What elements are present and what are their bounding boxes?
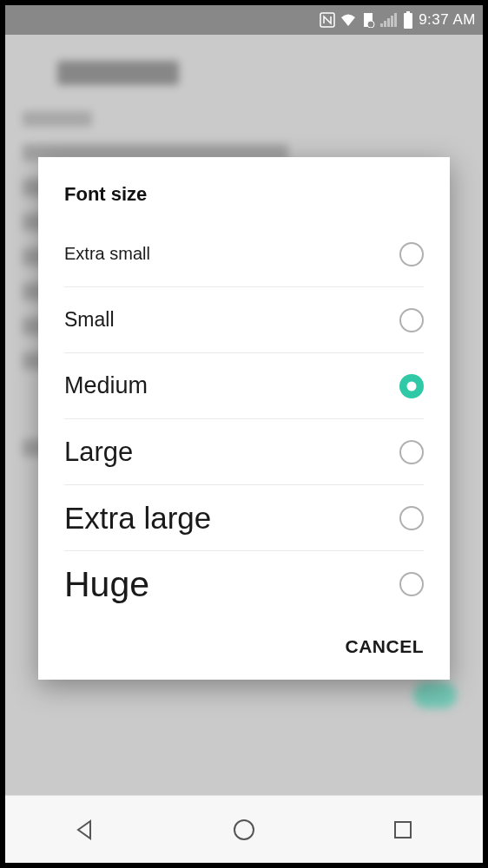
option-label: Huge xyxy=(64,564,149,605)
recent-apps-button[interactable] xyxy=(351,796,455,864)
option-small[interactable]: Small xyxy=(64,287,424,353)
svg-point-1 xyxy=(367,21,374,28)
radio-icon xyxy=(399,242,424,266)
device-frame: 9:37 AM Font size Extra small Small Med xyxy=(0,0,488,868)
back-button[interactable] xyxy=(33,796,137,864)
svg-rect-5 xyxy=(391,16,393,27)
svg-rect-10 xyxy=(395,822,411,838)
option-huge[interactable]: Huge xyxy=(64,551,424,617)
option-extra-large[interactable]: Extra large xyxy=(64,485,424,551)
battery-icon xyxy=(403,11,413,29)
svg-rect-8 xyxy=(404,13,412,29)
font-size-dialog: Font size Extra small Small Medium Large… xyxy=(38,157,450,680)
option-label: Large xyxy=(64,437,133,468)
option-label: Medium xyxy=(64,372,148,399)
sim-icon xyxy=(361,12,375,28)
radio-icon-selected xyxy=(399,374,424,398)
svg-rect-2 xyxy=(380,23,383,27)
radio-icon xyxy=(399,572,424,596)
cancel-button[interactable]: CANCEL xyxy=(346,636,425,657)
navigation-bar xyxy=(5,795,483,863)
status-bar: 9:37 AM xyxy=(5,5,483,35)
svg-rect-4 xyxy=(387,18,390,27)
option-extra-small[interactable]: Extra small xyxy=(64,221,424,287)
dialog-title: Font size xyxy=(38,157,450,221)
nfc-icon xyxy=(320,12,335,28)
svg-point-9 xyxy=(234,820,254,839)
radio-icon xyxy=(399,506,424,530)
svg-rect-6 xyxy=(394,13,397,27)
dialog-actions: CANCEL xyxy=(38,617,450,680)
wifi-icon xyxy=(340,13,356,27)
radio-icon xyxy=(399,440,424,464)
status-time: 9:37 AM xyxy=(419,11,476,29)
option-label: Extra small xyxy=(64,244,150,264)
signal-icon xyxy=(380,13,398,27)
home-button[interactable] xyxy=(192,796,296,864)
option-medium[interactable]: Medium xyxy=(64,353,424,419)
option-list: Extra small Small Medium Large Extra lar… xyxy=(38,221,450,617)
option-large[interactable]: Large xyxy=(64,419,424,485)
option-label: Extra large xyxy=(64,501,211,536)
option-label: Small xyxy=(64,308,115,332)
radio-icon xyxy=(399,308,424,332)
svg-rect-7 xyxy=(406,11,410,13)
svg-rect-3 xyxy=(384,21,386,27)
